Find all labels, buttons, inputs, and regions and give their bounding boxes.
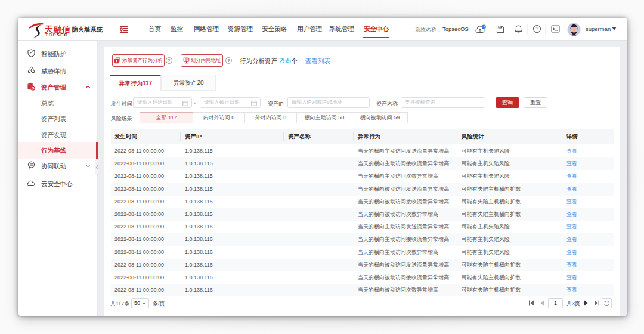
svg-text:?: ? — [535, 26, 538, 32]
